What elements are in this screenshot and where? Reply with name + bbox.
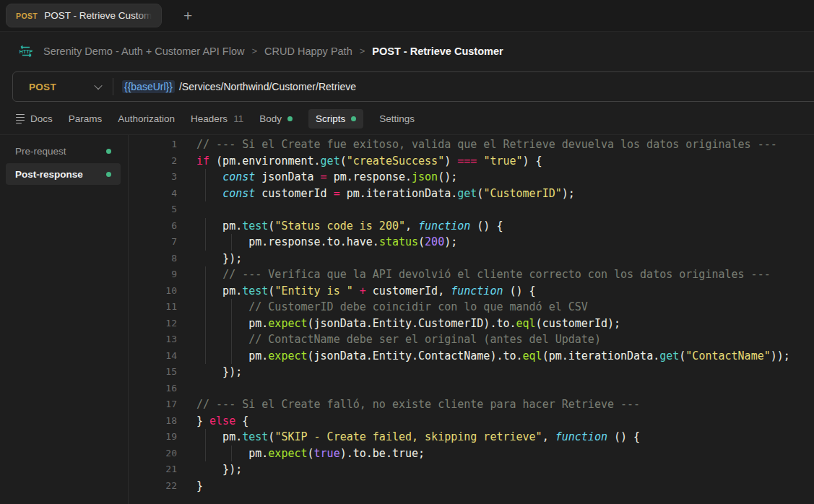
url-input[interactable]: {{baseUrl}} /Services/Northwind/Customer… xyxy=(113,80,356,93)
breadcrumb: Serenity Demo - Auth + Customer API Flow… xyxy=(43,45,503,57)
sidebar-item-post-response[interactable]: Post-response xyxy=(6,163,121,185)
code-text: // --- Si el Create falló, no existe cli… xyxy=(196,396,640,413)
request-bar: POST {{baseUrl}} /Services/Northwind/Cus… xyxy=(12,71,814,102)
tab-authorization[interactable]: Authorization xyxy=(118,113,175,124)
line-number: 8 xyxy=(129,251,177,267)
line-number: 12 xyxy=(129,316,177,332)
modified-dot xyxy=(287,116,293,121)
open-request-tab[interactable]: POST POST - Retrieve Custom xyxy=(6,4,162,27)
line-number: 2 xyxy=(129,153,177,170)
code-editor-lines: 1// --- Si el Create fue exitoso, valida… xyxy=(129,136,814,494)
line-number: 15 xyxy=(129,364,177,381)
code-text: pm.test("SKIP - Create failed, skipping … xyxy=(196,429,640,446)
code-line: 8 }); xyxy=(129,251,814,267)
code-line: 4 const customerId = pm.iterationData.ge… xyxy=(129,186,814,202)
indent-guide xyxy=(205,429,206,446)
code-text: const customerId = pm.iterationData.get(… xyxy=(196,186,575,202)
line-number: 21 xyxy=(129,461,177,478)
request-tabs: DocsParamsAuthorizationHeaders11BodyScri… xyxy=(0,103,814,135)
code-line: 22} xyxy=(129,478,814,495)
code-line: 7 pm.response.to.have.status(200); xyxy=(129,234,814,251)
breadcrumb-item[interactable]: POST - Retrieve Customer xyxy=(372,45,503,57)
line-number: 6 xyxy=(129,218,177,235)
code-text: // ContactName debe ser el original (ant… xyxy=(196,331,601,348)
method-label: POST xyxy=(29,82,56,92)
method-select[interactable]: POST xyxy=(13,82,113,92)
tab-params[interactable]: Params xyxy=(69,113,103,124)
code-line: 13 // ContactName debe ser el original (… xyxy=(129,331,814,348)
code-text: // --- Si el Create fue exitoso, valida … xyxy=(196,136,777,153)
breadcrumb-item[interactable]: CRUD Happy Path xyxy=(264,45,352,57)
url-variable-chip: {{baseUrl}} xyxy=(122,80,175,93)
http-request-icon: HTTP xyxy=(17,45,35,58)
code-text: pm.expect(true).to.be.true; xyxy=(196,446,425,462)
code-text: }); xyxy=(196,251,242,267)
code-text: }); xyxy=(196,364,242,381)
code-line: 20 pm.expect(true).to.be.true; xyxy=(129,446,814,462)
script-editor[interactable]: 1// --- Si el Create fue exitoso, valida… xyxy=(129,135,814,504)
line-number: 20 xyxy=(129,446,177,462)
sidebar-item-label: Pre-request xyxy=(15,146,66,157)
indent-guide xyxy=(205,218,206,235)
tab-strip: POST POST - Retrieve Custom + xyxy=(0,0,814,32)
code-line: 14 pm.expect(jsonData.Entity.ContactName… xyxy=(129,348,814,365)
code-line: 21 }); xyxy=(129,461,814,478)
sidebar-item-label: Post-response xyxy=(15,169,83,180)
indent-guide xyxy=(205,186,206,202)
tab-label: Params xyxy=(69,113,103,124)
tab-docs[interactable]: Docs xyxy=(16,113,53,124)
request-row: POST {{baseUrl}} /Services/Northwind/Cus… xyxy=(0,70,814,103)
code-line: 5 xyxy=(129,201,814,218)
line-number: 9 xyxy=(129,266,177,283)
modified-dot xyxy=(106,149,111,154)
line-number: 10 xyxy=(129,283,177,300)
tab-settings[interactable]: Settings xyxy=(379,113,415,124)
code-text: }); xyxy=(196,461,242,478)
tab-label: Headers xyxy=(191,113,228,124)
new-tab-button[interactable]: + xyxy=(177,5,199,27)
code-line: 11 // CustomerID debe coincidir con lo q… xyxy=(129,299,814,316)
line-number: 1 xyxy=(129,136,177,153)
tab-count: 11 xyxy=(233,113,243,124)
tab-label: Settings xyxy=(379,113,415,124)
code-line: 16 xyxy=(129,381,814,397)
tab-label: Authorization xyxy=(118,113,175,124)
indent-guide xyxy=(205,299,206,316)
tab-headers[interactable]: Headers11 xyxy=(191,113,243,124)
sidebar-item-pre-request[interactable]: Pre-request xyxy=(6,140,121,162)
code-line: 19 pm.test("SKIP - Create failed, skippi… xyxy=(129,429,814,446)
code-text: pm.test("Entity is " + customerId, funct… xyxy=(196,283,536,300)
code-line: 15 }); xyxy=(129,364,814,381)
code-text: // CustomerID debe coincidir con lo que … xyxy=(196,299,588,316)
line-number: 7 xyxy=(129,234,177,251)
code-text: } xyxy=(196,478,203,495)
tab-title: POST - Retrieve Custom xyxy=(44,10,152,21)
code-line: 1// --- Si el Create fue exitoso, valida… xyxy=(129,136,814,153)
code-text: } else { xyxy=(196,413,248,430)
breadcrumb-separator: > xyxy=(360,45,365,56)
line-number: 13 xyxy=(129,331,177,348)
code-text: const jsonData = pm.response.json(); xyxy=(196,169,457,186)
code-line: 18} else { xyxy=(129,413,814,430)
line-number: 16 xyxy=(129,381,177,397)
indent-guide xyxy=(231,299,232,316)
code-text: pm.response.to.have.status(200); xyxy=(196,234,457,251)
indent-guide xyxy=(205,348,206,365)
line-number: 19 xyxy=(129,429,177,446)
breadcrumb-item[interactable]: Serenity Demo - Auth + Customer API Flow xyxy=(43,45,244,57)
breadcrumb-row: HTTP Serenity Demo - Auth + Customer API… xyxy=(0,32,814,70)
line-number: 14 xyxy=(129,348,177,365)
indent-guide xyxy=(231,234,232,251)
tab-body[interactable]: Body xyxy=(259,113,293,124)
code-text: // --- Verifica que la API devolvió el c… xyxy=(196,266,771,283)
indent-guide xyxy=(205,266,206,283)
code-text: pm.expect(jsonData.Entity.CustomerID).to… xyxy=(196,316,620,332)
tab-method-badge: POST xyxy=(16,12,38,20)
modified-dot xyxy=(351,116,356,121)
line-number: 18 xyxy=(129,413,177,430)
breadcrumb-separator: > xyxy=(251,45,257,56)
script-sidebar: Pre-requestPost-response xyxy=(0,135,129,504)
tab-scripts[interactable]: Scripts xyxy=(308,109,363,129)
line-number: 22 xyxy=(129,478,177,495)
indent-guide xyxy=(231,331,232,348)
